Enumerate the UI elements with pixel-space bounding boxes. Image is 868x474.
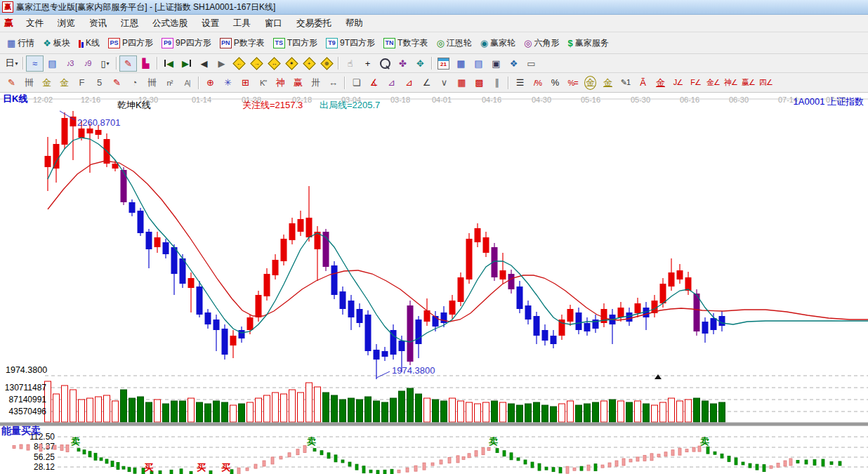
winner-wheel-button[interactable]: ◉赢家轮 bbox=[476, 36, 520, 51]
kline-chart-canvas[interactable]: 12-0212-1612-3001-1401-2802-1803-0403-18… bbox=[0, 90, 868, 474]
j-angle-button[interactable]: J∠ bbox=[669, 74, 687, 91]
menu-item-交易委托[interactable]: 交易委托 bbox=[289, 15, 338, 32]
menu-item-窗口[interactable]: 窗口 bbox=[258, 15, 289, 32]
trend-wave-button[interactable]: ≈ bbox=[26, 55, 44, 72]
notes-button[interactable]: ▤ bbox=[470, 55, 487, 72]
calendar-button[interactable]: 21 bbox=[435, 55, 452, 72]
fan-box-button[interactable]: ⊿ bbox=[383, 74, 400, 91]
percent-button[interactable]: % bbox=[546, 74, 564, 91]
parallel-button[interactable]: ∥ bbox=[488, 74, 506, 91]
gann-wheel-button[interactable]: ◎江恩轮 bbox=[432, 36, 475, 51]
cycle-tool-button[interactable]: ✥ bbox=[412, 55, 429, 72]
sectors-button[interactable]: ❖板块 bbox=[39, 36, 74, 51]
gann-fan-button[interactable]: ∡ bbox=[365, 74, 383, 91]
p-number-table-button[interactable]: PNP数字表 bbox=[216, 36, 269, 51]
menu-item-设置[interactable]: 设置 bbox=[195, 15, 226, 32]
v-lines-button[interactable]: ∨ bbox=[435, 74, 453, 91]
menu-item-帮助[interactable]: 帮助 bbox=[338, 15, 370, 32]
square-web-button[interactable]: ⊞ bbox=[237, 74, 254, 91]
speed-bars-button[interactable]: ☰ bbox=[511, 74, 529, 91]
grid-lines-button[interactable]: 卌 bbox=[20, 74, 38, 91]
target-circle-button[interactable]: ⊕ bbox=[202, 74, 219, 91]
bars9-button[interactable]: ♪9 bbox=[79, 55, 96, 72]
app-menu-icon[interactable]: 赢 bbox=[4, 17, 13, 29]
volume-profile-button[interactable]: ▙ bbox=[137, 55, 154, 72]
print-button[interactable]: ▭ bbox=[522, 55, 540, 72]
rect-select-button[interactable]: ❏ bbox=[348, 74, 365, 91]
menu-item-江恩[interactable]: 江恩 bbox=[114, 15, 145, 32]
four-angle-button[interactable]: 四∠ bbox=[757, 74, 775, 91]
network-button[interactable]: ❖ bbox=[505, 55, 522, 72]
menu-item-公式选股[interactable]: 公式选股 bbox=[145, 15, 195, 32]
menu-item-资讯[interactable]: 资讯 bbox=[82, 15, 114, 32]
red-grid-button[interactable]: ▦ bbox=[453, 74, 471, 91]
gold-circle-button[interactable]: 金 bbox=[581, 74, 599, 91]
k-mark-button[interactable]: K" bbox=[254, 74, 272, 91]
wheel-icon: ◎ bbox=[436, 39, 444, 48]
ruler-button[interactable]: 卌 bbox=[143, 74, 161, 91]
brush-button[interactable]: ✎ bbox=[108, 74, 126, 91]
diamond-left-button[interactable]: ← bbox=[230, 55, 248, 72]
nav-last-button[interactable]: ▶ bbox=[178, 55, 195, 72]
diamond-plus-button[interactable]: + bbox=[301, 55, 318, 72]
quotes-button[interactable]: ▦行情 bbox=[3, 36, 39, 51]
winner-service-button[interactable]: $赢家服务 bbox=[563, 36, 612, 51]
fib-f-button[interactable]: F bbox=[73, 74, 91, 91]
red-grid2-button[interactable]: ▩ bbox=[471, 74, 488, 91]
n-square-button[interactable]: n² bbox=[161, 74, 178, 91]
mirror-button[interactable]: A| bbox=[178, 74, 196, 91]
diamond-target-button[interactable]: ⊕ bbox=[318, 55, 336, 72]
gold-under-button[interactable]: 金 bbox=[652, 74, 669, 91]
calculator-button[interactable]: ▦ bbox=[452, 55, 470, 72]
diamond-right-button[interactable]: → bbox=[248, 55, 265, 72]
spiral5-button[interactable]: 5 bbox=[91, 74, 108, 91]
diamond-expand-button[interactable]: ↔ bbox=[265, 55, 283, 72]
menu-item-浏览[interactable]: 浏览 bbox=[51, 15, 82, 32]
f-angle-button[interactable]: F∠ bbox=[687, 74, 704, 91]
info-doc-button[interactable]: ▤ bbox=[44, 55, 61, 72]
gold-angle-button[interactable]: 金∠ bbox=[704, 74, 722, 91]
t-number-table-button[interactable]: TNT数字表 bbox=[379, 36, 432, 51]
p-square-button[interactable]: PSP四方形 bbox=[104, 36, 157, 51]
hexagon-button[interactable]: ◎六角形 bbox=[520, 36, 563, 51]
save-button[interactable]: ▣ bbox=[487, 55, 505, 72]
gold-split-a-icon: 金 bbox=[42, 77, 51, 89]
nine-t-square-button[interactable]: T99T四方形 bbox=[322, 36, 379, 51]
angle-lines-button[interactable]: ∠ bbox=[418, 74, 435, 91]
gann-tool-button[interactable]: ✤ bbox=[394, 55, 412, 72]
crosshair-button[interactable]: + bbox=[359, 55, 376, 72]
price-scale-button[interactable]: 卅 bbox=[307, 74, 324, 91]
gold-split-b-button[interactable]: 金 bbox=[55, 74, 73, 91]
draw-mode-button[interactable]: ✎ bbox=[119, 55, 137, 72]
candle-style-dropdown[interactable]: ▯▾ bbox=[96, 55, 114, 72]
magnifier-button[interactable] bbox=[376, 55, 394, 72]
nav-prev-button[interactable]: ◀ bbox=[195, 55, 213, 72]
percent-slash-button[interactable]: /% bbox=[529, 74, 546, 91]
t-square-button[interactable]: TST四方形 bbox=[269, 36, 322, 51]
bars3-button[interactable]: ♪3 bbox=[61, 55, 79, 72]
free-draw-button[interactable]: ✎ bbox=[3, 74, 20, 91]
gold-lines-button[interactable]: 金 bbox=[599, 74, 617, 91]
percent-lines-button[interactable]: %= bbox=[564, 74, 581, 91]
nav-first-button[interactable]: ◀ bbox=[160, 55, 178, 72]
ying-button[interactable]: 赢 bbox=[289, 74, 307, 91]
star-web-button[interactable]: ✳ bbox=[219, 74, 237, 91]
time-cycle-button[interactable]: ◔ bbox=[126, 74, 143, 91]
diamond-star-button[interactable]: ✶ bbox=[283, 55, 301, 72]
shen-angle-button[interactable]: 神∠ bbox=[722, 74, 739, 91]
shen-button[interactable]: 神 bbox=[272, 74, 289, 91]
nav-next-button[interactable]: ▶ bbox=[213, 55, 230, 72]
one-pencil-button[interactable]: ✎1 bbox=[617, 74, 634, 91]
wave-a-button[interactable]: Ã bbox=[634, 74, 652, 91]
kline-period-dropdown[interactable]: 日▾ bbox=[3, 55, 20, 72]
hand-tool-button[interactable]: ☝ bbox=[341, 55, 359, 72]
mirror-icon: A| bbox=[184, 79, 190, 87]
menu-item-文件[interactable]: 文件 bbox=[19, 15, 51, 32]
fan-box2-button[interactable]: ⊿ bbox=[400, 74, 418, 91]
width-measure-button[interactable]: ↔ bbox=[324, 74, 342, 91]
nine-p-square-button[interactable]: P99P四方形 bbox=[157, 36, 216, 51]
ying-angle-button[interactable]: 赢∠ bbox=[739, 74, 757, 91]
menu-item-工具[interactable]: 工具 bbox=[226, 15, 258, 32]
gold-split-a-button[interactable]: 金 bbox=[38, 74, 55, 91]
kline-button[interactable]: K线 bbox=[74, 36, 104, 51]
